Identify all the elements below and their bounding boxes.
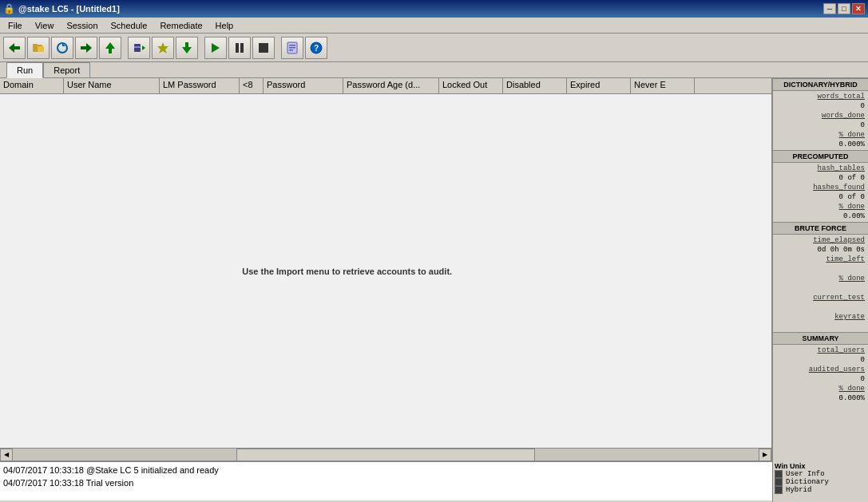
dict-hybrid-title: DICTIONARY/HYBRID [773,78,868,91]
brute-force-block: time_elapsed 0d 0h 0m 0s time_left % don… [773,235,868,332]
log-line-2: 04/07/2017 10:33:18 Trial version [3,476,769,489]
open-button[interactable] [27,37,50,59]
svg-marker-7 [105,42,115,53]
right-panel: DICTIONARY/HYBRID words_total 0 words_do… [772,78,868,460]
hashes-found-label: hashes_found [811,184,866,192]
play-button[interactable] [204,37,227,59]
legend-hybrid: Hybrid [775,486,866,494]
brute-pct-value [859,284,866,292]
svg-rect-10 [134,46,141,48]
current-test-value [859,303,866,311]
dict-pct-value: 0.000% [838,140,866,148]
total-users-label: total_users [816,346,866,354]
words-done-label: words_done [820,112,866,120]
close-button[interactable]: ✕ [852,3,865,14]
export-button[interactable] [176,37,198,59]
summary-title: SUMMARY [773,332,868,345]
maximize-button[interactable]: □ [838,3,850,14]
svg-marker-12 [182,42,192,53]
legend-dictionary: Dictionary [775,478,866,486]
menu-file[interactable]: File [2,19,29,32]
tab-report[interactable]: Report [43,62,90,77]
svg-marker-11 [157,42,168,53]
keyrate-label: keyrate [833,313,866,321]
svg-marker-0 [9,43,20,53]
scroll-track[interactable] [13,449,759,461]
hash-tables-label: hash_tables [816,164,866,172]
menu-session[interactable]: Session [60,19,104,32]
minimize-button[interactable]: ─ [823,3,836,14]
menu-schedule[interactable]: Schedule [105,19,154,32]
summary-pct-label: % done [838,385,866,393]
import-message: Use the Import menu to retrieve accounts… [242,267,452,276]
col-lt8: <8 [240,78,264,93]
refresh-button[interactable] [51,37,73,59]
pause-button[interactable] [228,37,251,59]
time-left-value [859,265,866,273]
words-done-value: 0 [859,121,866,129]
table-area: Domain User Name LM Password <8 Password… [0,78,772,460]
precomp-pct-label: % done [838,203,866,211]
menu-bar: File View Session Schedule Remediate Hel… [0,18,868,34]
svg-marker-13 [212,43,220,53]
menu-help[interactable]: Help [209,19,240,32]
svg-rect-18 [289,45,295,46]
legend-userinfo-label: User Info [786,470,825,478]
legend-userinfo: User Info [775,470,866,478]
scroll-right-button[interactable]: ▶ [759,449,771,461]
col-domain: Domain [0,78,64,93]
time-left-label: time_left [824,255,866,263]
col-disabled: Disabled [503,78,567,93]
legend-dictionary-box [775,478,783,486]
forward-button[interactable] [75,37,97,59]
horizontal-scrollbar[interactable]: ◀ ▶ [0,448,771,460]
words-total-label: words_total [816,93,866,101]
time-elapsed-label: time_elapsed [811,236,866,244]
cleanup-button[interactable] [152,37,174,59]
import-button[interactable] [128,37,150,59]
table-content: Use the Import menu to retrieve accounts… [0,94,771,448]
stop-button[interactable] [252,37,275,59]
help-button[interactable]: ? [305,37,327,59]
app-title: @stake LC5 - [Untitled1] [18,4,120,14]
svg-marker-9 [142,45,145,50]
legend-userinfo-box [775,470,783,478]
precomputed-title: PRECOMPUTED [773,150,868,163]
menu-view[interactable]: View [29,19,61,32]
up-button[interactable] [99,37,121,59]
tab-run[interactable]: Run [6,62,43,78]
back-button[interactable] [3,37,26,59]
toolbar: ? [0,34,868,62]
col-lockedout: Locked Out [439,78,503,93]
summary-block: total_users 0 audited_users 0 % done 0.0… [773,345,868,404]
scroll-thumb[interactable] [236,449,535,461]
log-legend-area: 04/07/2017 10:33:18 @Stake LC 5 initiali… [0,460,772,502]
svg-rect-2 [33,44,38,46]
svg-text:?: ? [314,44,319,53]
col-password: Password [264,78,343,93]
bottom-area: 04/07/2017 10:33:18 @Stake LC 5 initiali… [0,460,868,502]
app-icon: 🔒 [3,3,15,14]
scroll-left-button[interactable]: ◀ [0,449,13,461]
menu-remediate[interactable]: Remediate [153,19,208,32]
dict-pct-label: % done [838,131,866,139]
report-button[interactable] [281,37,303,59]
svg-rect-19 [289,47,295,49]
summary-pct-value: 0.000% [838,394,866,402]
brute-pct-label: % done [838,275,866,283]
main-area: Domain User Name LM Password <8 Password… [0,78,868,460]
audited-users-label: audited_users [807,366,866,374]
col-passwordage: Password Age (d... [343,78,439,93]
legend-dictionary-label: Dictionary [786,478,829,486]
column-headers: Domain User Name LM Password <8 Password… [0,78,771,94]
current-test-label: current_test [811,294,866,302]
precomp-pct-value: 0.00% [842,212,866,220]
svg-rect-14 [236,43,239,53]
total-users-value: 0 [859,356,866,364]
legend-hybrid-label: Hybrid [786,486,811,494]
win-unix-title: Win Unix [775,462,866,470]
hash-tables-value: 0 of 0 [838,174,866,182]
words-total-value: 0 [859,102,866,110]
right-bottom-panel: Win Unix User Info Dictionary Hybrid [772,460,868,502]
legend-hybrid-box [775,486,783,494]
